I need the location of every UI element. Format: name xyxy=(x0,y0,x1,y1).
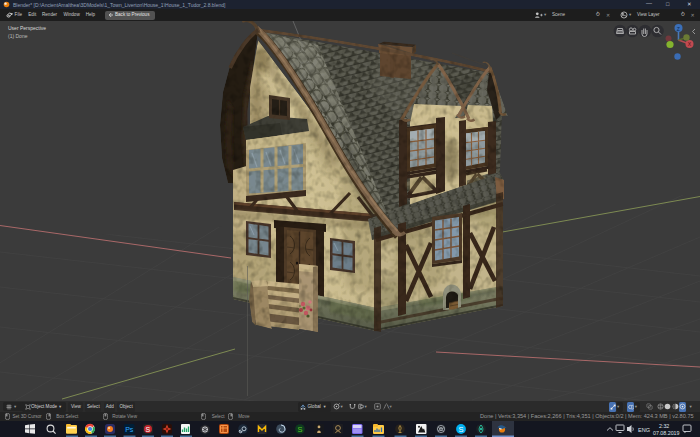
svg-text:S: S xyxy=(298,425,303,434)
svg-text:Ps: Ps xyxy=(125,426,134,433)
svg-text:S: S xyxy=(146,426,151,433)
svg-text:ENG: ENG xyxy=(638,427,650,433)
svg-text:07.08.2019: 07.08.2019 xyxy=(653,430,680,436)
svg-text:2:32: 2:32 xyxy=(659,423,669,429)
svg-text:Z: Z xyxy=(677,26,680,32)
svg-text:S: S xyxy=(458,425,463,434)
